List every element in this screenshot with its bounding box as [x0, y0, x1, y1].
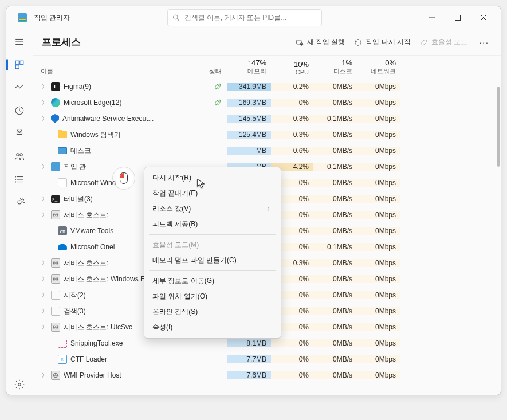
minimize-button[interactable] [419, 9, 445, 26]
cell-network: 0Mbps [357, 131, 400, 139]
process-icon [51, 274, 60, 284]
hamburger-button[interactable] [8, 32, 31, 52]
context-menu-item[interactable]: 작업 끝내기(E) [144, 186, 281, 201]
cursor-icon [196, 178, 207, 191]
table-row[interactable]: 〉Antimalware Service Execut...145.5MB0.3… [33, 111, 501, 127]
menu-separator [149, 270, 276, 271]
efficiency-mode-button[interactable]: 효율성 모드 [420, 37, 467, 47]
cell-disk: 0MB/s [313, 307, 357, 315]
table-row[interactable]: 한CTF Loader7.7MB0%0MB/s0Mbps [33, 351, 501, 367]
cell-memory: 125.4MB [227, 131, 271, 139]
cell-disk: 0MB/s [313, 195, 357, 203]
process-icon: F [51, 82, 60, 91]
expand-icon[interactable]: 〉 [41, 83, 48, 91]
cell-network: 0Mbps [357, 163, 400, 171]
context-menu-item[interactable]: 세부 정보로 이동(G) [144, 273, 281, 289]
nav-details[interactable] [8, 169, 31, 190]
nav-users[interactable] [8, 146, 31, 167]
cell-disk: 0MB/s [313, 227, 357, 235]
process-name: Windows 탐색기 [70, 130, 121, 140]
app-title: 작업 관리자 [34, 13, 70, 23]
expand-icon[interactable]: 〉 [41, 292, 48, 299]
submenu-arrow-icon: 〉 [267, 205, 273, 213]
svg-point-21 [15, 182, 16, 182]
cell-disk: 0MB/s [313, 83, 357, 91]
process-icon: vm [58, 226, 67, 235]
process-icon [51, 114, 59, 123]
process-name: VMware Tools [70, 227, 113, 235]
new-task-button[interactable]: 새 작업 실행 [296, 37, 345, 47]
cell-network: 0Mbps [357, 115, 400, 123]
svg-rect-9 [15, 61, 19, 64]
table-row[interactable]: 〉WMI Provider Host7.6MB0%0MB/s0Mbps [33, 367, 501, 383]
context-menu-item[interactable]: 피드백 제공(B) [144, 217, 281, 232]
process-name: Microsoft Edge(12) [64, 99, 121, 107]
cell-cpu: 0.6% [271, 147, 313, 155]
expand-icon[interactable]: 〉 [41, 276, 48, 283]
cell-network: 0Mbps [357, 307, 400, 315]
svg-point-14 [17, 154, 19, 156]
cell-disk: 0MB/s [313, 211, 357, 219]
cell-cpu: 0% [271, 355, 313, 363]
expand-icon[interactable]: 〉 [41, 195, 48, 203]
table-header: 이름 상태 ⌄ 47% 메모리 10% CPU 1% 디스크 0% 네트워크 [33, 56, 501, 78]
column-name-header[interactable]: 이름 [33, 67, 164, 76]
process-icon [51, 162, 60, 171]
cell-network: 0Mbps [357, 243, 400, 251]
scrollbar[interactable] [497, 87, 500, 235]
column-memory-header[interactable]: ⌄ 47% 메모리 [227, 58, 271, 76]
nav-processes[interactable] [8, 54, 31, 75]
expand-icon[interactable]: 〉 [41, 163, 48, 171]
cell-disk: 0MB/s [313, 131, 357, 139]
window-controls [419, 9, 496, 26]
restart-task-button[interactable]: 작업 다시 시작 [354, 37, 411, 47]
nav-startup[interactable] [8, 123, 31, 144]
sidebar [6, 29, 33, 395]
nav-history[interactable] [8, 100, 31, 121]
process-name: Antimalware Service Execut... [62, 115, 154, 123]
expand-icon[interactable]: 〉 [41, 372, 48, 379]
context-menu-item[interactable]: 파일 위치 열기(O) [144, 289, 281, 304]
page-title: 프로세스 [42, 36, 81, 49]
search-input[interactable] [184, 14, 317, 22]
column-status-header[interactable]: 상태 [164, 67, 227, 76]
svg-point-33 [53, 277, 58, 281]
expand-icon[interactable]: 〉 [41, 115, 48, 123]
column-disk-header[interactable]: 1% 디스크 [313, 58, 357, 76]
svg-point-0 [173, 15, 177, 19]
more-button[interactable]: ··· [477, 38, 492, 47]
cell-memory: 341.9MB [227, 83, 271, 91]
maximize-button[interactable] [445, 9, 470, 26]
expand-icon[interactable]: 〉 [41, 99, 48, 107]
cell-cpu: 0% [271, 339, 313, 347]
search-box[interactable] [167, 9, 322, 26]
expand-icon[interactable]: 〉 [41, 211, 48, 219]
context-menu-item[interactable]: 속성(I) [144, 320, 281, 335]
table-row[interactable]: 〉Microsoft Edge(12)169.3MB0%0MB/s0Mbps [33, 95, 501, 111]
context-menu-item[interactable]: 리소스 값(V)〉 [144, 201, 281, 217]
column-network-header[interactable]: 0% 네트워크 [357, 58, 400, 76]
efficiency-leaf-icon [214, 99, 222, 107]
context-menu-item[interactable]: 메모리 덤프 파일 만들기(C) [144, 253, 281, 268]
table-row[interactable]: Windows 탐색기125.4MB0.3%0MB/s0Mbps [33, 127, 501, 143]
expand-icon[interactable]: 〉 [41, 324, 48, 331]
table-row[interactable]: 데스크MB0.6%0MB/s0Mbps [33, 143, 501, 159]
process-icon [51, 323, 60, 332]
context-menu-item[interactable]: 온라인 검색(S) [144, 304, 281, 320]
nav-performance[interactable] [8, 77, 31, 98]
cell-network: 0Mbps [357, 99, 400, 107]
scrollbar-thumb[interactable] [497, 87, 500, 167]
menu-separator [149, 234, 276, 235]
process-icon [58, 147, 67, 154]
process-icon: >_ [51, 195, 60, 203]
close-button[interactable] [470, 9, 496, 26]
process-name: 작업 관 [64, 162, 86, 172]
expand-icon[interactable]: 〉 [41, 260, 48, 267]
cell-disk: 0.1MB/s [313, 115, 357, 123]
column-cpu-header[interactable]: 10% CPU [271, 60, 313, 76]
expand-icon[interactable]: 〉 [41, 308, 48, 315]
context-menu-item[interactable]: 다시 시작(R) [144, 170, 281, 186]
nav-services[interactable] [8, 192, 31, 213]
table-row[interactable]: 〉FFigma(9)341.9MB0.2%0MB/s0Mbps [33, 78, 501, 95]
nav-settings[interactable] [8, 374, 31, 395]
